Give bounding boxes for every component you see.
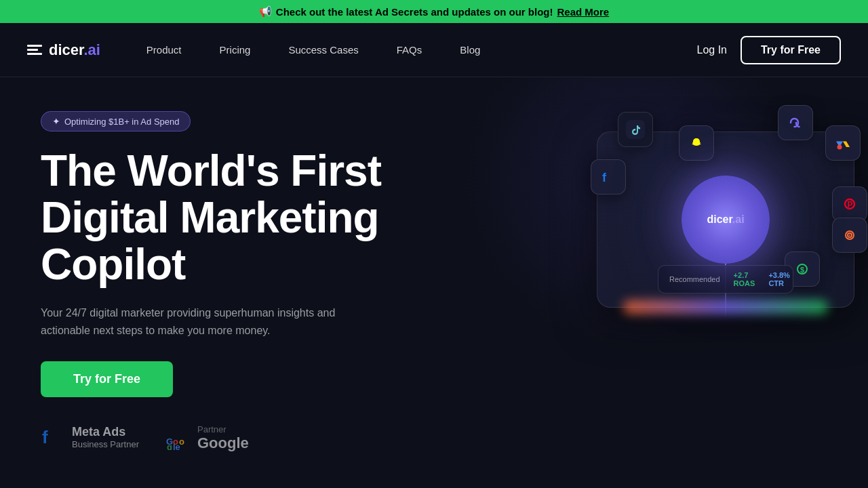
badge-icon: ✦ — [52, 116, 60, 127]
hero-title: The World's First Digital Marketing Copi… — [41, 148, 434, 288]
hero-try-button[interactable]: Try for Free — [41, 361, 173, 397]
nav-faqs[interactable]: FAQs — [378, 44, 441, 56]
meta-ads-icon: f — [591, 159, 626, 195]
meta-partner: f Meta Ads Business Partner — [41, 425, 139, 451]
google-partner-sub: Partner — [197, 424, 249, 435]
logo-icon — [27, 45, 42, 55]
navbar: dicer.ai Product Pricing Success Cases F… — [0, 23, 868, 77]
meta-icon: f — [41, 426, 65, 450]
announcement-banner: 📢 Check out the latest Ad Secrets and up… — [0, 0, 868, 23]
meta-partner-sub: Business Partner — [72, 439, 139, 451]
dicer-center-circle: dicer.ai — [682, 176, 770, 264]
google-icon: G o o g le — [166, 426, 191, 450]
platform-card: f — [597, 131, 854, 308]
pinterest-icon: P — [832, 186, 867, 222]
logo[interactable]: dicer.ai — [27, 41, 100, 59]
nav-blog[interactable]: Blog — [441, 44, 499, 56]
hero-badge: ✦ Optimizing $1B+ in Ad Spend — [41, 111, 191, 131]
nav-actions: Log In Try for Free — [696, 36, 841, 64]
snapchat-icon — [679, 125, 714, 161]
login-button[interactable]: Log In — [696, 44, 726, 56]
partners-section: f Meta Ads Business Partner G o o g le P… — [41, 424, 434, 453]
hero-section: ✦ Optimizing $1B+ in Ad Spend The World'… — [0, 77, 868, 484]
svg-text:f: f — [42, 427, 48, 447]
stat-roas: +2.7 ROAS — [734, 271, 755, 287]
svg-text:$: $ — [800, 266, 804, 274]
announcement-link[interactable]: Read More — [557, 6, 609, 18]
loop-icon — [778, 105, 813, 140]
svg-point-14 — [837, 145, 842, 150]
badge-text: Optimizing $1B+ in Ad Spend — [64, 117, 179, 127]
google-partner: G o o g le Partner Google — [166, 424, 249, 453]
announcement-icon: 📢 — [259, 5, 272, 18]
svg-text:g: g — [167, 442, 172, 450]
center-circle-text: dicer.ai — [707, 214, 744, 226]
svg-rect-11 — [833, 134, 852, 152]
google-ads-icon — [825, 125, 861, 161]
svg-text:f: f — [602, 171, 607, 184]
announcement-text: Check out the latest Ad Secrets and upda… — [276, 6, 553, 18]
logo-text: dicer.ai — [49, 41, 100, 59]
stat-ctr: +3.8% CTR — [768, 271, 790, 287]
hero-subtitle: Your 24/7 digital marketer providing sup… — [41, 304, 353, 339]
hero-visual: f — [407, 77, 868, 484]
svg-text:le: le — [173, 442, 180, 450]
hero-content: ✦ Optimizing $1B+ in Ad Spend The World'… — [41, 104, 434, 452]
nav-links: Product Pricing Success Cases FAQs Blog — [127, 44, 697, 56]
meta-partner-name: Meta Ads — [72, 425, 139, 439]
recommended-label: Recommended — [669, 275, 720, 283]
target-icon — [832, 218, 867, 253]
svg-text:P: P — [848, 200, 853, 209]
nav-success-cases[interactable]: Success Cases — [269, 44, 377, 56]
nav-pricing[interactable]: Pricing — [201, 44, 270, 56]
recommended-card: Recommended +2.7 ROAS +3.8% CTR — [658, 265, 793, 293]
google-partner-name: Google — [197, 434, 249, 452]
tiktok-icon — [618, 112, 653, 147]
svg-point-21 — [849, 235, 850, 236]
nav-try-button[interactable]: Try for Free — [741, 36, 841, 64]
nav-product[interactable]: Product — [127, 44, 201, 56]
